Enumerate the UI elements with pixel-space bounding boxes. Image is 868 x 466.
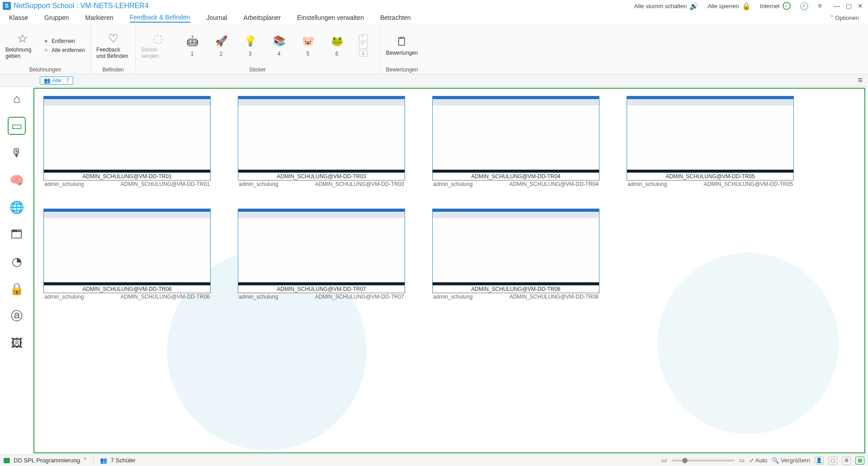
remove-all-rewards-button[interactable]: ✧Alle entfernen	[43, 47, 85, 54]
title-bar: S NetSupport School : VM-NETS-LEHRER4 Al…	[0, 0, 868, 12]
student-thumbnail[interactable]: ADMIN_SCHULUNG@VM-DD-TR03admin_schulungA…	[238, 96, 405, 188]
feedback-befinden-label: Feedback und Befinden	[96, 47, 130, 59]
status-bar: DD SPL Programmierung ˄ 👥 7 Schüler ▭ ▭ …	[0, 454, 868, 466]
filter-all-label: Alle : 7	[52, 77, 69, 84]
mode-usb[interactable]: 🔒	[8, 280, 26, 298]
remove-reward-button[interactable]: ✦Entfernen	[43, 38, 85, 45]
clipboard-icon: 🗒	[396, 35, 408, 49]
optionen-dropdown[interactable]: ˅ Optionen	[830, 14, 859, 21]
student-host: ADMIN_SCHULUNG@VM-DD-TR05	[703, 181, 793, 187]
view-single-icon[interactable]: ▢	[828, 456, 837, 465]
student-screenshot[interactable]	[432, 209, 599, 285]
students-icon: 👥	[100, 457, 107, 464]
student-host: ADMIN_SCHULUNG@VM-DD-TR06	[120, 294, 210, 300]
student-user: admin_schulung	[433, 294, 472, 300]
menu-gruppen[interactable]: Gruppen	[44, 13, 69, 22]
star-icon: ☆	[17, 32, 28, 46]
student-screenshot[interactable]	[43, 96, 211, 173]
mode-survey[interactable]: ◔	[8, 252, 26, 271]
mute-all-label: Alle stumm schalten	[634, 3, 687, 10]
students-count: 7 Schüler	[111, 457, 136, 464]
view-list-icon[interactable]: ≣	[842, 456, 851, 465]
group-icon: 👥	[44, 77, 51, 84]
mode-monitor[interactable]: ▭	[8, 117, 26, 135]
menu-feedback[interactable]: Feedback & Befinden	[130, 13, 190, 23]
menu-markieren[interactable]: Markieren	[85, 13, 113, 22]
student-host: ADMIN_SCHULUNG@VM-DD-TR03	[315, 181, 404, 187]
internet-label: Internet	[760, 3, 780, 10]
sticker-6[interactable]: 🐸6	[330, 34, 344, 57]
sticker-send-icon: ◌	[153, 32, 163, 46]
maximize-button[interactable]: ▢	[844, 1, 854, 10]
feedback-befinden-button[interactable]: ♡ Feedback und Befinden	[96, 32, 130, 59]
close-button[interactable]: ✕	[855, 1, 865, 10]
view-grid-icon[interactable]: ▦	[855, 456, 864, 465]
bewertungen-button[interactable]: 🗒 Bewertungen	[385, 35, 419, 56]
filter-all-chip[interactable]: 👥 Alle : 7	[40, 76, 73, 85]
menu-icon: ≡	[818, 2, 822, 10]
student-user: admin_schulung	[44, 294, 84, 300]
student-screenshot[interactable]	[432, 96, 599, 173]
speaker-icon: 🔊	[689, 2, 698, 10]
mode-chat[interactable]: ⓐ	[8, 307, 26, 325]
timer-button[interactable]: 🕘	[795, 2, 813, 10]
zoom-slider[interactable]	[671, 460, 735, 461]
sticker-1[interactable]: 🤖1	[185, 34, 199, 57]
mode-image[interactable]: 🖼	[8, 334, 26, 352]
sticker-more[interactable]: ⤓	[359, 50, 368, 57]
lock-all-label: Alle sperren	[708, 3, 739, 10]
lock-all-button[interactable]: Alle sperren 🔒	[703, 2, 755, 10]
auto-fit-button[interactable]: ⤢ Auto	[749, 457, 768, 464]
mode-home[interactable]: ⌂	[8, 90, 26, 108]
main-area: ⌂ ▭ 🎙 🧠 🌐 🗔 ◔ 🔒 ⓐ 🖼 ADMIN_SCHULUNG@VM-DD…	[0, 87, 868, 454]
sticker-next[interactable]: ˅	[359, 42, 368, 49]
sticker-prev[interactable]: ˄	[359, 34, 368, 41]
sticker-3[interactable]: 💡3	[243, 34, 257, 57]
internet-button[interactable]: Internet ✓	[755, 2, 795, 10]
student-title: ADMIN_SCHULUNG@VM-DD-TR07	[238, 285, 405, 293]
sticker-rocket-icon: 🚀	[214, 34, 228, 48]
mode-web[interactable]: 🌐	[8, 198, 26, 216]
class-menu-caret[interactable]: ˄	[84, 457, 87, 464]
send-sticker-button[interactable]: ◌ Sticker senden	[141, 32, 175, 59]
mute-all-button[interactable]: Alle stumm schalten 🔊	[630, 2, 703, 10]
zoom-out-icon[interactable]: ▭	[661, 457, 667, 464]
sticker-2[interactable]: 🚀2	[214, 34, 228, 57]
menu-betrachten[interactable]: Betrachten	[380, 13, 411, 22]
view-user-icon[interactable]: 👤	[815, 456, 824, 465]
student-screenshot[interactable]	[43, 209, 211, 285]
star-remove-icon: ✦	[43, 38, 49, 45]
thumbnails-canvas[interactable]: ADMIN_SCHULUNG@VM-DD-TR01admin_schulungA…	[33, 88, 865, 453]
class-name: DD SPL Programmierung	[14, 457, 80, 464]
student-thumbnail[interactable]: ADMIN_SCHULUNG@VM-DD-TR07admin_schulungA…	[238, 209, 405, 300]
app-menu-button[interactable]: ≡	[813, 2, 826, 10]
student-screenshot[interactable]	[238, 96, 405, 173]
student-screenshot[interactable]	[627, 96, 794, 173]
bewertungen-label: Bewertungen	[386, 50, 418, 56]
zoom-button[interactable]: 🔍 Vergrößern	[772, 457, 810, 464]
mode-brain[interactable]: 🧠	[8, 171, 26, 189]
student-screenshot[interactable]	[238, 209, 405, 285]
student-thumbnail[interactable]: ADMIN_SCHULUNG@VM-DD-TR05admin_schulungA…	[627, 96, 794, 188]
minimize-button[interactable]: —	[832, 1, 842, 10]
student-thumbnail[interactable]: ADMIN_SCHULUNG@VM-DD-TR06admin_schulungA…	[43, 209, 211, 300]
mode-apps[interactable]: 🗔	[8, 225, 26, 243]
menu-journal[interactable]: Journal	[207, 13, 227, 22]
sticker-robot-icon: 🤖	[185, 34, 199, 48]
student-thumbnail[interactable]: ADMIN_SCHULUNG@VM-DD-TR04admin_schulungA…	[432, 96, 599, 188]
menu-klasse[interactable]: Klasse	[9, 13, 28, 22]
student-thumbnail[interactable]: ADMIN_SCHULUNG@VM-DD-TR08admin_schulungA…	[432, 209, 599, 300]
mode-audio[interactable]: 🎙	[8, 144, 26, 162]
menu-einstellungen[interactable]: Einstellungen verwalten	[297, 13, 364, 22]
give-reward-button[interactable]: ☆ Belohnung geben	[5, 32, 39, 59]
menu-arbeitsplaner[interactable]: Arbeitsplaner	[244, 13, 281, 22]
zoom-in-icon[interactable]: ▭	[739, 457, 745, 464]
sticker-4[interactable]: 📚4	[272, 34, 286, 57]
app-logo: S	[3, 2, 11, 10]
filter-more-button[interactable]: ≡	[855, 76, 865, 85]
sticker-books-icon: 📚	[272, 34, 286, 48]
student-host: ADMIN_SCHULUNG@VM-DD-TR08	[509, 294, 599, 300]
sticker-frog-icon: 🐸	[330, 34, 344, 48]
student-thumbnail[interactable]: ADMIN_SCHULUNG@VM-DD-TR01admin_schulungA…	[43, 96, 211, 188]
sticker-5[interactable]: 🐷5	[301, 34, 315, 57]
